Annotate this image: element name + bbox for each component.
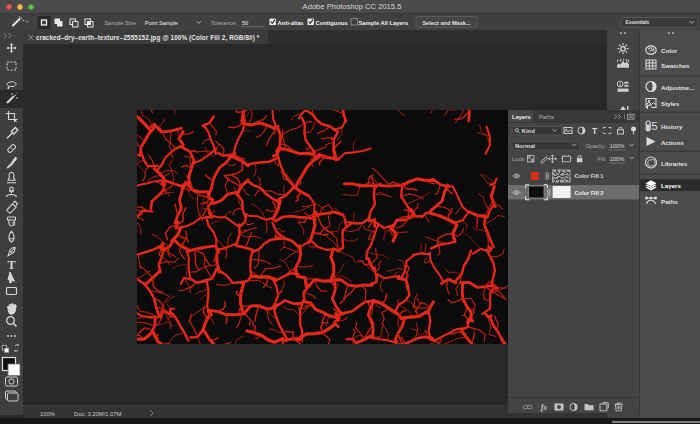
svg-text:Adobe Photoshop CC 2015.5: Adobe Photoshop CC 2015.5 bbox=[303, 2, 402, 11]
svg-text:Essentials: Essentials bbox=[626, 20, 650, 25]
svg-text:Layers: Layers bbox=[512, 114, 531, 120]
svg-text:100%: 100% bbox=[610, 156, 625, 162]
svg-text:Lock:: Lock: bbox=[512, 156, 526, 162]
svg-text:Doc: 3.20M/1.07M: Doc: 3.20M/1.07M bbox=[74, 411, 122, 417]
svg-text:100%: 100% bbox=[610, 143, 625, 149]
svg-text:Color Fill 2: Color Fill 2 bbox=[575, 190, 604, 196]
svg-text:fx: fx bbox=[541, 403, 548, 412]
svg-text:T: T bbox=[7, 258, 15, 272]
svg-text:Paths: Paths bbox=[539, 114, 554, 120]
svg-text:Sample All Layers: Sample All Layers bbox=[359, 20, 409, 26]
svg-text:History: History bbox=[661, 123, 683, 130]
svg-text:Contiguous: Contiguous bbox=[316, 20, 348, 26]
svg-text:Tolerance:: Tolerance: bbox=[211, 20, 237, 26]
svg-text:Kind: Kind bbox=[522, 128, 535, 134]
svg-text:Swatches: Swatches bbox=[661, 62, 690, 69]
svg-text:Opacity:: Opacity: bbox=[586, 143, 607, 149]
svg-text:Adjustme...: Adjustme... bbox=[661, 84, 695, 91]
svg-text:Point Sample: Point Sample bbox=[145, 20, 178, 26]
svg-text:Styles: Styles bbox=[661, 100, 680, 107]
svg-text:Paths: Paths bbox=[661, 198, 678, 205]
svg-text:Color Fill 1: Color Fill 1 bbox=[575, 173, 604, 179]
svg-text:Color: Color bbox=[661, 47, 678, 54]
svg-text:Normal: Normal bbox=[515, 143, 535, 149]
svg-text:Sample Size:: Sample Size: bbox=[104, 20, 137, 26]
svg-text:5: 5 bbox=[652, 120, 658, 132]
svg-text:Libraries: Libraries bbox=[661, 160, 688, 167]
svg-text:Layers: Layers bbox=[661, 182, 682, 189]
svg-text:cracked–dry–earth–texture–2555: cracked–dry–earth–texture–2555152.jpg @ … bbox=[36, 34, 260, 42]
svg-text:T: T bbox=[592, 126, 598, 136]
svg-text:50: 50 bbox=[242, 20, 248, 26]
svg-text:Anti-alias: Anti-alias bbox=[278, 20, 304, 26]
svg-text:Fill:: Fill: bbox=[598, 156, 607, 162]
svg-text:100%: 100% bbox=[40, 411, 55, 417]
svg-text:Select and Mask...: Select and Mask... bbox=[422, 20, 471, 26]
svg-text:Actions: Actions bbox=[661, 139, 684, 146]
